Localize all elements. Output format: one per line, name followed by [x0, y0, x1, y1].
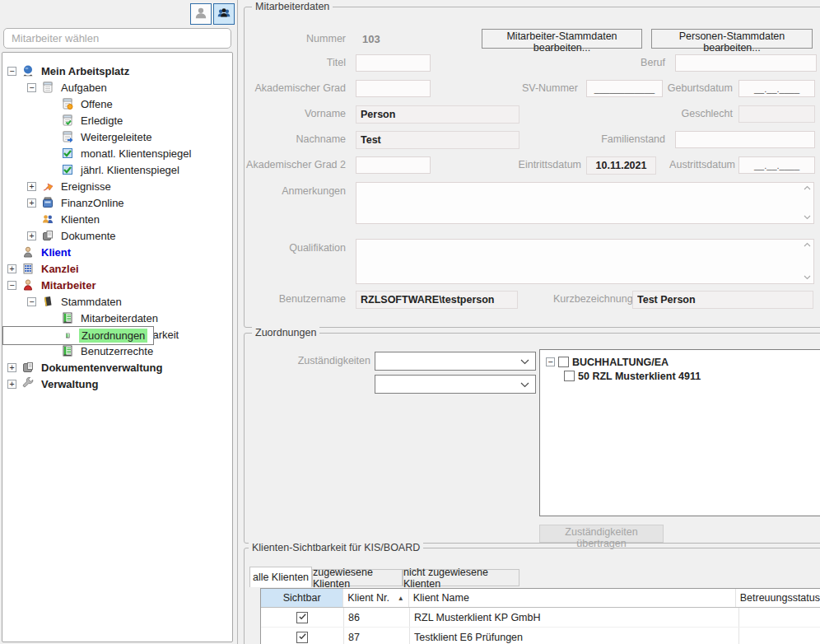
- tree-item-mitarbeiter[interactable]: −Mitarbeiter: [2, 277, 232, 293]
- column-header-sichtbar[interactable]: Sichtbar: [261, 589, 343, 607]
- tree-item-mein-arbeitsplatz[interactable]: −Mein Arbeitsplatz: [2, 63, 232, 79]
- employee-group-button[interactable]: [213, 3, 235, 25]
- table-row[interactable]: 86 RZL Musterklient KP GmbH: [261, 608, 820, 628]
- tree-item-label: Ereignisse: [58, 180, 114, 194]
- geburtsdatum-input[interactable]: [738, 80, 815, 97]
- vorname-input[interactable]: [356, 105, 519, 124]
- beruf-input[interactable]: [675, 54, 817, 72]
- sv-nummer-input[interactable]: [586, 80, 663, 97]
- sichtbar-cell: [261, 608, 344, 627]
- tree-item-label: Dokumente: [58, 229, 118, 243]
- tasks-icon: [40, 81, 54, 94]
- expander-minus[interactable]: −: [546, 357, 555, 366]
- chevron-down-icon[interactable]: [804, 275, 811, 280]
- tab-alle-klienten[interactable]: alle Klienten: [249, 567, 312, 587]
- table-row[interactable]: 87 Testklient E6 Prüfungen: [261, 628, 820, 644]
- tree-item-benutzerrechte[interactable]: Benutzerrechte: [2, 343, 232, 359]
- tree-item-label: Dokumentenverwaltung: [39, 361, 165, 375]
- tree-item-mitarbeiterdaten[interactable]: Mitarbeiterdaten: [2, 310, 232, 326]
- expander-plus[interactable]: +: [7, 264, 16, 273]
- assignment-client-checkbox[interactable]: [564, 371, 575, 381]
- client-visibility-table: Sichtbar Klient Nr. ▲ Klient Name Betreu…: [260, 588, 820, 644]
- expander-plus[interactable]: +: [7, 363, 16, 372]
- benutzername-input[interactable]: [356, 291, 518, 309]
- visibility-checkbox[interactable]: [296, 612, 308, 623]
- tab-nicht-zugewiesene-klienten[interactable]: nicht zugewiesene Klienten: [403, 569, 519, 586]
- zustaendigkeit-select-2[interactable]: [375, 375, 536, 394]
- tab-zugewiesene-klienten[interactable]: zugewiesene Klienten: [312, 569, 403, 586]
- edit-person-master-button[interactable]: Personen-Stammdaten bearbeiten...: [651, 29, 813, 49]
- klient-nr-cell: 87: [344, 628, 410, 644]
- austrittsdatum-input[interactable]: [738, 156, 815, 174]
- checkmark-icon: [298, 612, 307, 623]
- geschlecht-input[interactable]: [738, 105, 815, 123]
- titel-label: Titel: [247, 57, 346, 68]
- edit-employee-master-button[interactable]: Mitarbeiter-Stammdaten bearbeiten...: [482, 29, 642, 49]
- tree-item-kanzlei[interactable]: +Kanzlei: [2, 260, 232, 277]
- nachname-input[interactable]: [356, 131, 519, 149]
- kurzbezeichnung-input[interactable]: [632, 291, 813, 309]
- tree-item-label: Mitarbeiter: [39, 278, 98, 292]
- tree-item-weitergeleitete[interactable]: Weitergeleitete: [2, 128, 232, 145]
- column-header-klient-nr[interactable]: Klient Nr. ▲: [343, 589, 408, 607]
- tree-item-zuordnungen[interactable]: Zuordnungen: [2, 326, 154, 345]
- tasks-done-icon: [60, 114, 74, 127]
- assignment-group-checkbox[interactable]: [558, 357, 569, 367]
- chevron-down-icon[interactable]: [804, 215, 811, 220]
- tree-item-aufgaben[interactable]: −Aufgaben: [2, 79, 232, 96]
- tree-item-monatl-klientenspiegel[interactable]: monatl. Klientenspiegel: [2, 145, 232, 161]
- assignment-group-row[interactable]: − BUCHHALTUNG/EA: [540, 355, 820, 369]
- expander-plus[interactable]: +: [27, 182, 36, 191]
- tree-item-verwaltung[interactable]: +Verwaltung: [2, 376, 232, 392]
- assignment-client-row[interactable]: 50 RZL Musterklient 4911: [540, 369, 820, 383]
- employee-search-input[interactable]: [3, 28, 231, 49]
- betreuungsstatus-cell: [739, 608, 820, 627]
- expander-plus[interactable]: +: [27, 231, 36, 240]
- tree-item-stammdaten[interactable]: −Stammdaten: [2, 293, 232, 310]
- expander-plus[interactable]: +: [27, 198, 36, 208]
- akad-grad-input[interactable]: [356, 80, 431, 97]
- expander-minus[interactable]: −: [7, 67, 16, 76]
- familienstand-input[interactable]: [675, 131, 815, 148]
- qualifikation-textarea[interactable]: [356, 239, 814, 284]
- zustaendigkeit-select-1[interactable]: [375, 352, 536, 371]
- expander-minus[interactable]: −: [27, 297, 36, 306]
- expander-minus[interactable]: −: [7, 281, 16, 290]
- tree-item-label: Erledigte: [78, 114, 125, 128]
- akad-grad2-input[interactable]: [356, 156, 431, 174]
- expander-plus[interactable]: +: [7, 380, 16, 389]
- zustaendigkeiten-label: Zuständigkeiten: [272, 355, 370, 366]
- chevron-up-icon[interactable]: [804, 185, 811, 190]
- tree-item-j-hrl-klientenspiegel[interactable]: jährl. Klientenspiegel: [2, 161, 232, 178]
- tree-item-finanzonline[interactable]: +FinanzOnline: [2, 194, 232, 211]
- tree-item-dokumentenverwaltung[interactable]: +Dokumentenverwaltung: [2, 359, 232, 376]
- vorname-label: Vorname: [247, 108, 346, 119]
- tree-item-klient[interactable]: Klient: [2, 244, 232, 260]
- sv-nummer-label: SV-Nummer: [510, 82, 578, 94]
- tree-item-offene[interactable]: Offene: [2, 96, 232, 112]
- anmerkungen-textarea[interactable]: [356, 182, 814, 224]
- visibility-checkbox[interactable]: [296, 632, 308, 643]
- eintrittsdatum-label: Eintrittsdatum: [509, 159, 581, 170]
- tree-item-dokumente[interactable]: +Dokumente: [2, 227, 232, 244]
- chevron-up-icon[interactable]: [804, 242, 811, 247]
- tree-item-erledigte[interactable]: Erledigte: [2, 112, 232, 128]
- zuordnungen-title: Zuordnungen: [252, 327, 319, 338]
- tree-item-label: Mein Arbeitsplatz: [39, 64, 132, 78]
- tree-item-ereignisse[interactable]: +Ereignisse: [2, 178, 232, 194]
- single-person-button[interactable]: [190, 3, 212, 25]
- column-header-klient-name[interactable]: Klient Name: [409, 589, 736, 607]
- tree-item-label: monatl. Klientenspiegel: [78, 147, 193, 161]
- titel-input[interactable]: [356, 54, 431, 72]
- clients-icon: [40, 212, 54, 226]
- expander-spacer: [47, 116, 56, 125]
- expander-minus[interactable]: −: [27, 83, 36, 92]
- tree-item-label: Zuordnungen: [79, 329, 147, 343]
- form-icon: [60, 311, 74, 324]
- assignment-tree: − BUCHHALTUNG/EA 50 RZL Musterklient 491…: [539, 349, 820, 516]
- transfer-responsibilities-button[interactable]: Zuständigkeiten übertragen: [539, 525, 664, 543]
- workstation-icon: [21, 64, 35, 77]
- column-header-betreuungsstatus[interactable]: Betreuungsstatus: [736, 589, 820, 607]
- tree-item-klienten[interactable]: Klienten: [2, 211, 232, 227]
- eintrittsdatum-input[interactable]: [586, 156, 656, 175]
